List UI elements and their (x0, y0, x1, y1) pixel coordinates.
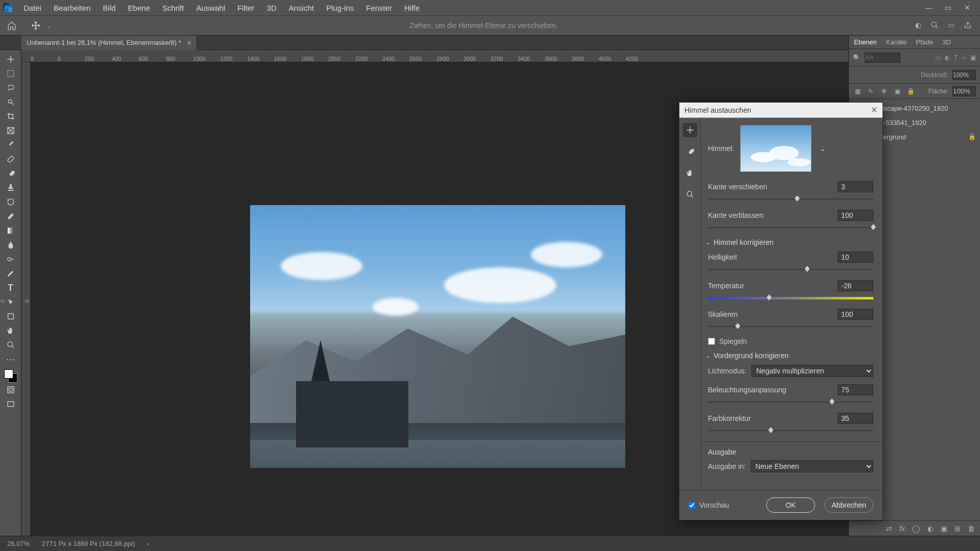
lock-all-icon[interactable]: 🔒 (906, 87, 915, 96)
menu-3d[interactable]: 3D (261, 4, 283, 12)
edge-fade-slider[interactable] (708, 223, 873, 232)
close-tab-icon[interactable]: × (187, 39, 191, 47)
rectangle-tool[interactable] (2, 309, 20, 323)
light-adjust-input[interactable] (838, 384, 873, 395)
filter-shape-icon[interactable]: ▱ (962, 54, 966, 61)
dialog-brush-tool[interactable] (683, 144, 697, 159)
blur-tool[interactable] (2, 238, 20, 252)
menu-bearbeiten[interactable]: Bearbeiten (47, 4, 97, 12)
zoom-tool[interactable] (2, 338, 20, 352)
ok-button[interactable]: OK (766, 497, 815, 513)
temperature-slider[interactable] (708, 293, 873, 303)
dialog-close-button[interactable]: ✕ (871, 105, 877, 115)
dialog-move-tool[interactable] (683, 123, 697, 137)
lock-transparent-icon[interactable]: ▦ (853, 87, 862, 96)
document-canvas[interactable] (250, 205, 625, 468)
brightness-input[interactable] (838, 252, 873, 263)
lock-artboard-icon[interactable]: ▣ (893, 87, 902, 96)
menu-schrift[interactable]: Schrift (156, 4, 190, 12)
cloud-sync-icon[interactable]: ◐ (915, 21, 921, 31)
menu-plugins[interactable]: Plug-ins (320, 4, 360, 12)
tab-ebenen[interactable]: Ebenen (854, 38, 877, 46)
menu-datei[interactable]: Datei (17, 4, 47, 12)
home-button[interactable] (4, 18, 19, 33)
dialog-titlebar[interactable]: Himmel austauschen ✕ (679, 103, 883, 118)
section-sky-adjust[interactable]: ⌄ Himmel korrigieren (706, 238, 873, 246)
group-icon[interactable]: ▣ (941, 524, 947, 533)
layer-filter-input[interactable] (865, 53, 900, 63)
hand-tool[interactable] (2, 323, 20, 338)
window-close-button[interactable]: ✕ (958, 0, 977, 15)
menu-auswahl[interactable]: Auswahl (190, 4, 232, 12)
eraser-tool[interactable] (2, 209, 20, 223)
screen-mode-toggle[interactable] (2, 397, 20, 411)
move-tool[interactable] (2, 52, 20, 66)
menu-bild[interactable]: Bild (97, 4, 122, 12)
lock-paint-icon[interactable]: ✎ (866, 87, 875, 96)
history-brush-tool[interactable] (2, 195, 20, 209)
quick-mask-toggle[interactable] (2, 383, 20, 397)
lock-move-icon[interactable]: ✥ (879, 87, 889, 96)
stamp-tool[interactable] (2, 181, 20, 195)
tab-pfade[interactable]: Pfade (916, 38, 933, 46)
gradient-tool[interactable] (2, 223, 20, 238)
edge-shift-input[interactable] (838, 181, 873, 192)
scale-input[interactable] (838, 309, 873, 320)
flip-checkbox[interactable] (708, 338, 715, 345)
dialog-hand-tool[interactable] (683, 166, 697, 180)
cancel-button[interactable]: Abbrechen (824, 497, 873, 513)
temperature-input[interactable] (838, 280, 873, 291)
light-adjust-slider[interactable] (708, 397, 873, 407)
mask-icon[interactable]: ◯ (912, 524, 920, 533)
quick-select-tool[interactable] (2, 95, 20, 109)
menu-ansicht[interactable]: Ansicht (283, 4, 320, 12)
status-chevron-icon[interactable]: › (147, 540, 149, 547)
output-select[interactable]: Neue Ebenen (751, 460, 873, 472)
brightness-slider[interactable] (708, 265, 873, 274)
sky-preset-chevron-icon[interactable]: ⌄ (820, 144, 826, 153)
filter-smart-icon[interactable]: ▣ (970, 54, 976, 61)
edge-shift-slider[interactable] (708, 194, 873, 204)
zoom-level[interactable]: 26,07% (7, 540, 30, 547)
fx-icon[interactable]: fx (899, 524, 905, 533)
menu-filter[interactable]: Filter (231, 4, 260, 12)
document-tab[interactable]: Unbenannt-1 bei 26,1% (Himmel, Ebenenmas… (21, 36, 197, 50)
color-adjust-input[interactable] (838, 413, 873, 424)
new-layer-icon[interactable]: ⊞ (954, 524, 961, 533)
sky-preset-thumbnail[interactable] (740, 125, 812, 172)
tab-3d[interactable]: 3D (942, 38, 951, 46)
marquee-tool[interactable] (2, 66, 20, 81)
link-layers-icon[interactable]: ⇄ (886, 524, 892, 533)
fill-input[interactable] (952, 86, 976, 96)
pen-tool[interactable] (2, 266, 20, 281)
more-tools[interactable]: ⋯ (2, 352, 20, 366)
menu-hilfe[interactable]: Hilfe (398, 4, 426, 12)
crop-tool[interactable] (2, 109, 20, 123)
filter-image-icon[interactable]: ▭ (935, 54, 941, 61)
workspace-icon[interactable]: ▭ (948, 21, 954, 31)
scale-slider[interactable] (708, 322, 873, 331)
color-swatches[interactable] (4, 369, 17, 383)
dialog-zoom-tool[interactable] (683, 187, 697, 202)
edge-fade-input[interactable] (838, 210, 873, 221)
preview-checkbox[interactable] (689, 502, 695, 509)
filter-adjust-icon[interactable]: ◐ (945, 54, 950, 61)
filter-type-icon[interactable]: T (954, 54, 958, 61)
light-mode-select[interactable]: Negativ multiplizieren (751, 365, 873, 377)
lasso-tool[interactable] (2, 81, 20, 95)
window-restore-button[interactable]: ▭ (938, 0, 958, 15)
delete-layer-icon[interactable]: 🗑 (968, 524, 975, 533)
frame-tool[interactable] (2, 123, 20, 138)
menu-fenster[interactable]: Fenster (360, 4, 398, 12)
color-adjust-slider[interactable] (708, 426, 873, 435)
tab-kanaele[interactable]: Kanäle (886, 38, 906, 46)
opacity-input[interactable] (952, 70, 976, 80)
window-minimize-button[interactable]: — (919, 0, 938, 15)
heal-tool[interactable] (2, 152, 20, 166)
eyedropper-tool[interactable] (2, 138, 20, 152)
share-icon[interactable] (964, 21, 972, 31)
search-icon[interactable] (930, 21, 939, 31)
brush-tool[interactable] (2, 166, 20, 181)
menu-ebene[interactable]: Ebene (122, 4, 156, 12)
tool-chevron-icon[interactable]: ⌄ (46, 21, 52, 30)
